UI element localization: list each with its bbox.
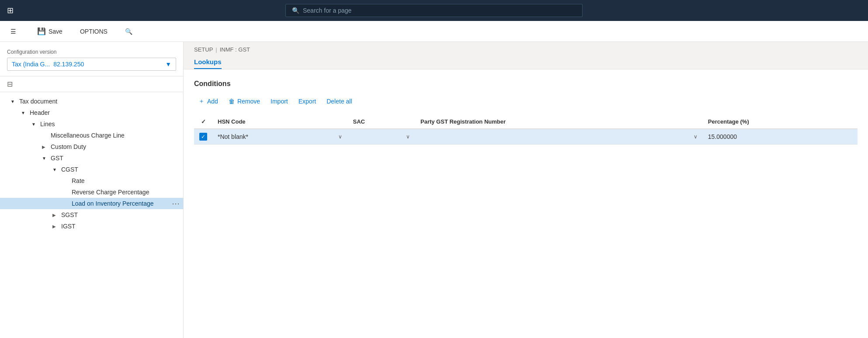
- tab-bar: Lookups: [184, 55, 868, 69]
- save-label: Save: [49, 28, 62, 35]
- tree-item-label: SGST: [61, 211, 78, 218]
- col-check: ✓: [194, 115, 212, 129]
- tree-item-label: Lines: [40, 121, 55, 128]
- tree-item-label: Miscellaneous Charge Line: [51, 132, 125, 139]
- tree-item-label: GST: [51, 155, 63, 162]
- cell-party-gst[interactable]: ∨: [415, 129, 703, 145]
- tree-item-label: IGST: [61, 223, 76, 230]
- breadcrumb-separator: |: [215, 46, 217, 53]
- breadcrumb-setup: SETUP: [194, 46, 213, 53]
- header-check: ✓: [201, 118, 206, 125]
- col-sac: SAC: [347, 115, 415, 129]
- tree-container: ▼ Tax document ▼ Header ▼ Lines ▶ Miscel…: [0, 92, 183, 338]
- expand-icon: ▼: [31, 122, 38, 127]
- export-button[interactable]: Export: [294, 95, 320, 107]
- party-gst-dropdown-icon[interactable]: ∨: [694, 134, 698, 140]
- tree-item-misc-charge[interactable]: ▶ Miscellaneous Charge Line: [0, 130, 183, 141]
- tree-item-label: Rate: [72, 177, 85, 184]
- save-icon: 💾: [37, 27, 46, 35]
- config-section: Configuration version Tax (India G... 82…: [0, 42, 183, 76]
- search-icon: 🔍: [292, 7, 299, 14]
- global-search-bar[interactable]: 🔍 Search for a page: [285, 4, 583, 17]
- cell-hsn-code[interactable]: *Not blank* ∨: [212, 129, 347, 145]
- col-hsn-code: HSN Code: [212, 115, 347, 129]
- tree-item-label: Load on Inventory Percentage: [72, 200, 154, 207]
- import-label: Import: [271, 98, 288, 105]
- add-label: Add: [207, 98, 218, 105]
- expand-icon: ▼: [10, 99, 17, 104]
- hamburger-icon: ☰: [10, 28, 16, 35]
- row-check-cell: ✓: [194, 129, 212, 145]
- remove-label: Remove: [237, 98, 260, 105]
- remove-button[interactable]: 🗑 Remove: [224, 95, 264, 107]
- percentage-value: 15.000000: [708, 133, 737, 140]
- command-bar: ☰ 💾 Save OPTIONS 🔍: [0, 21, 868, 42]
- tree-item-cgst[interactable]: ▼ CGST: [0, 164, 183, 175]
- cell-percentage: 15.000000: [703, 129, 858, 145]
- config-dropdown[interactable]: Tax (India G... 82.139.250 ▼: [7, 58, 176, 71]
- tree-item-lines[interactable]: ▼ Lines: [0, 118, 183, 130]
- tree-item-label: Header: [30, 109, 50, 116]
- waffle-icon[interactable]: ⊞: [7, 6, 28, 15]
- tree-item-rate[interactable]: ▶ Rate: [0, 175, 183, 186]
- expand-icon: ▶: [42, 145, 49, 149]
- config-version: 82.139.250: [53, 61, 84, 68]
- expand-icon: ▶: [52, 224, 59, 229]
- content-area: Conditions ＋ Add 🗑 Remove Import Export: [184, 69, 868, 338]
- save-button[interactable]: 💾 Save: [34, 25, 66, 37]
- section-title: Conditions: [194, 80, 858, 88]
- filter-icon[interactable]: ⊟: [7, 80, 13, 88]
- col-party-gst: Party GST Registration Number: [415, 115, 703, 129]
- conditions-table: ✓ HSN Code SAC Party GST Registration Nu…: [194, 115, 858, 145]
- left-panel: Configuration version Tax (India G... 82…: [0, 42, 184, 338]
- tree-item-sgst[interactable]: ▶ SGST: [0, 209, 183, 221]
- tree-item-label: CGST: [61, 166, 78, 173]
- config-name: Tax (India G...: [12, 61, 50, 68]
- expand-icon: ▼: [21, 110, 28, 115]
- main-layout: Configuration version Tax (India G... 82…: [0, 42, 868, 338]
- export-label: Export: [299, 98, 316, 105]
- breadcrumb: SETUP | INMF : GST: [184, 42, 868, 53]
- top-bar: ⊞ 🔍 Search for a page: [0, 0, 868, 21]
- search-cmd-icon: 🔍: [125, 28, 132, 35]
- table-header-row: ✓ HSN Code SAC Party GST Registration Nu…: [194, 115, 858, 129]
- import-button[interactable]: Import: [266, 95, 292, 107]
- tree-item-reverse-charge[interactable]: ▶ Reverse Charge Percentage: [0, 186, 183, 198]
- delete-all-button[interactable]: Delete all: [322, 95, 356, 107]
- tree-item-label: Tax document: [19, 98, 57, 105]
- col-percentage: Percentage (%): [703, 115, 858, 129]
- hsn-dropdown-icon[interactable]: ∨: [338, 134, 342, 140]
- cell-sac[interactable]: ∨: [347, 129, 415, 145]
- tree-item-tax-document[interactable]: ▼ Tax document: [0, 96, 183, 107]
- add-button[interactable]: ＋ Add: [194, 95, 222, 108]
- tree-item-label: Custom Duty: [51, 143, 86, 150]
- right-panel: SETUP | INMF : GST Lookups Conditions ＋ …: [184, 42, 868, 338]
- hsn-code-value: *Not blank*: [218, 133, 248, 140]
- delete-all-label: Delete all: [326, 98, 352, 105]
- table-row[interactable]: ✓ *Not blank* ∨ ∨: [194, 129, 858, 145]
- add-icon: ＋: [198, 97, 205, 105]
- tree-filter-row: ⊟: [0, 76, 183, 92]
- tree-item-igst[interactable]: ▶ IGST: [0, 221, 183, 232]
- breadcrumb-current: INMF : GST: [220, 46, 250, 53]
- tree-item-label: Reverse Charge Percentage: [72, 189, 149, 196]
- tree-item-header[interactable]: ▼ Header: [0, 107, 183, 118]
- tree-item-custom-duty[interactable]: ▶ Custom Duty: [0, 141, 183, 152]
- expand-icon: ▼: [52, 167, 59, 172]
- hamburger-button[interactable]: ☰: [7, 26, 20, 37]
- conditions-toolbar: ＋ Add 🗑 Remove Import Export Delete all: [194, 95, 858, 108]
- sac-dropdown-icon[interactable]: ∨: [406, 134, 410, 140]
- more-options-icon[interactable]: ⋯: [172, 199, 180, 208]
- tree-item-load-on-inventory[interactable]: ▶ Load on Inventory Percentage ⋯: [0, 198, 183, 209]
- tree-item-gst[interactable]: ▼ GST: [0, 152, 183, 164]
- remove-icon: 🗑: [229, 98, 235, 105]
- tab-lookups[interactable]: Lookups: [194, 55, 222, 69]
- options-button[interactable]: OPTIONS: [76, 26, 111, 37]
- expand-icon: ▶: [52, 213, 59, 217]
- row-checkmark: ✓: [199, 133, 207, 141]
- expand-icon: ▼: [42, 156, 49, 161]
- options-label: OPTIONS: [80, 28, 108, 35]
- dropdown-arrow-icon: ▼: [165, 61, 171, 68]
- search-button[interactable]: 🔍: [122, 26, 136, 37]
- search-placeholder: Search for a page: [303, 7, 351, 14]
